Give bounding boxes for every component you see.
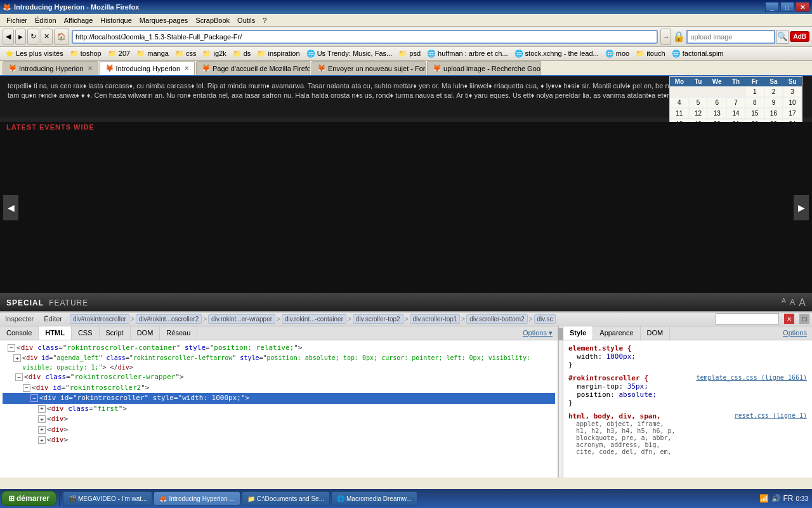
cal-cell[interactable] [689, 86, 708, 97]
maximize-button[interactable]: □ [780, 2, 794, 12]
bookmark-item[interactable]: 📁 css [173, 49, 199, 58]
bookmark-item[interactable]: 📁 manga [134, 49, 171, 58]
tab-html[interactable]: HTML [39, 326, 72, 340]
tab-dom[interactable]: DOM [131, 326, 160, 340]
minimize-button[interactable]: _ [765, 2, 779, 12]
bookmark-item[interactable]: 📁 itouch [633, 49, 667, 58]
font-small-button[interactable]: A [782, 297, 786, 309]
bookmark-item[interactable]: 🌐 moo [603, 49, 632, 58]
cal-cell[interactable]: 10 [783, 97, 802, 108]
menu-help[interactable]: ? [259, 15, 270, 25]
cal-cell[interactable] [707, 86, 726, 97]
cal-cell[interactable]: 12 [689, 108, 708, 119]
taskbar-task-documents[interactable]: 📁 C:\Documents and Se... [242, 491, 330, 505]
panel-scrollbar[interactable] [558, 326, 563, 478]
tab-css[interactable]: CSS [72, 326, 100, 340]
html-panel-options[interactable]: Options ▾ [518, 329, 558, 337]
reload-button[interactable]: ↻ [27, 29, 39, 45]
bookmark-item[interactable]: 📁 toshop [67, 49, 104, 58]
cal-cell[interactable]: 13 [707, 108, 726, 119]
cal-cell[interactable]: 17 [783, 108, 802, 119]
bookmark-item[interactable]: 📁 207 [105, 49, 133, 58]
breadcrumb-item[interactable]: div.sc [534, 314, 556, 324]
breadcrumb-item[interactable]: div.scroller-top2 [353, 314, 403, 324]
scrollbar-thumb[interactable] [558, 328, 563, 340]
bookmark-item[interactable]: 📁 inspiration [254, 49, 302, 58]
breadcrumb-item[interactable]: div.scroller-top1 [410, 314, 461, 324]
cal-cell[interactable]: 5 [689, 97, 708, 108]
cal-cell[interactable] [670, 86, 689, 97]
bookmark-item[interactable]: 🌐 stock.xchng - the lead... [512, 49, 601, 58]
bookmark-item[interactable]: 📁 psd [396, 49, 423, 58]
font-med-button[interactable]: A [790, 297, 796, 309]
cal-cell[interactable]: 11 [670, 108, 689, 119]
taskbar-task-dreamweaver[interactable]: 🌐 Macromedia Dreamw... [331, 491, 417, 505]
tab-reseau[interactable]: Réseau [160, 326, 197, 340]
cal-cell[interactable]: 15 [745, 108, 764, 119]
taskbar-task-hyperion[interactable]: 🦊 Introducing Hyperion ... [154, 491, 240, 505]
tab-style[interactable]: Style [563, 326, 593, 340]
tab-script[interactable]: Script [100, 326, 131, 340]
carousel-left-arrow[interactable]: ◀ [3, 195, 18, 220]
tab-introducing-hyperion-1[interactable]: 🦊 Introducing Hyperion ✕ [3, 61, 98, 75]
carousel-right-arrow[interactable]: ▶ [794, 195, 809, 220]
html-toggle[interactable]: − [15, 373, 23, 381]
tab-console[interactable]: Console [0, 326, 39, 340]
css-file-link[interactable]: reset.css (ligne 1) [735, 412, 807, 420]
cal-cell[interactable]: 2 [764, 86, 783, 97]
bookmark-item[interactable]: 🌐 Us Trendy: Music, Fas... [304, 49, 395, 58]
menu-marques-pages[interactable]: Marques-pages [136, 15, 192, 25]
go-button[interactable]: → [660, 29, 671, 45]
html-toggle[interactable]: − [23, 384, 30, 392]
menu-edition[interactable]: Édition [31, 15, 60, 25]
html-toggle[interactable]: − [30, 394, 38, 402]
cal-cell[interactable]: 8 [745, 97, 764, 108]
html-line-selected[interactable]: − <div id="rokintroscroller" style="widt… [3, 393, 555, 404]
cal-cell[interactable]: 3 [783, 86, 802, 97]
close-tab-button[interactable]: ✕ [184, 65, 189, 72]
address-bar[interactable] [72, 30, 658, 44]
html-toggle[interactable]: + [38, 415, 46, 423]
bookmark-item[interactable]: 📁 ds [230, 49, 254, 58]
taskbar-task-megavideo[interactable]: 🎬 MEGAVIDEO - I'm wat... [63, 491, 152, 505]
stop-button[interactable]: ✕ [41, 29, 53, 45]
tab-mozilla-homepage[interactable]: 🦊 Page d'accueil de Mozilla Firefox ✕ [196, 61, 310, 75]
breadcrumb-item[interactable]: div#rokint...oscroller2 [136, 314, 202, 324]
back-button[interactable]: ◀ [3, 29, 14, 45]
forward-button[interactable]: ▶ [15, 29, 26, 45]
breadcrumb-item[interactable]: div.rokint...-container [282, 314, 346, 324]
bookmark-item[interactable]: 🌐 factorial.spim [669, 49, 726, 58]
home-button[interactable]: 🏠 [54, 29, 69, 45]
breadcrumb-item[interactable]: div.scroller-bottom2 [466, 314, 528, 324]
devtools-close-button[interactable]: ✕ [784, 314, 794, 324]
adblock-button[interactable]: AdB [790, 31, 809, 42]
breadcrumb-item[interactable]: div.rokint...er-wrapper [208, 314, 275, 324]
breadcrumb-item[interactable]: div#rokintroscroller [70, 314, 129, 324]
menu-outils[interactable]: Outils [233, 15, 259, 25]
html-toggle[interactable]: + [38, 436, 46, 444]
menu-fichier[interactable]: Fichier [3, 15, 31, 25]
tab-upload-image[interactable]: 🦊 upload image - Recherche Google ✕ [427, 61, 541, 75]
html-content[interactable]: − <div class="rokintroscroller-container… [0, 340, 558, 478]
tab-introducing-hyperion-2[interactable]: 🦊 Introducing Hyperion ✕ [100, 61, 195, 75]
cal-cell[interactable]: 7 [726, 97, 745, 108]
search-button[interactable]: 🔍 [776, 30, 789, 44]
html-toggle[interactable]: − [8, 344, 15, 352]
menu-affichage[interactable]: Affichage [60, 15, 97, 25]
devtools-search[interactable] [716, 313, 779, 324]
cal-cell[interactable] [726, 86, 745, 97]
tab-forum[interactable]: 🦊 Envoyer un nouveau sujet - Forum Als..… [311, 61, 426, 75]
edit-button[interactable]: Éditer [41, 314, 65, 323]
menu-historique[interactable]: Historique [96, 15, 136, 25]
cal-cell[interactable]: 9 [764, 97, 783, 108]
menu-scrapbook[interactable]: ScrapBook [192, 15, 233, 25]
start-button[interactable]: ⊞ démarrer [1, 491, 56, 506]
bookmark-item[interactable]: ⭐ Les plus visités [3, 49, 66, 58]
css-panel-options[interactable]: Options [778, 329, 812, 337]
tab-dom[interactable]: DOM [641, 326, 671, 340]
close-button[interactable]: ✕ [796, 2, 809, 12]
bookmark-item[interactable]: 🌐 huffman : arbre et ch... [424, 49, 511, 58]
cal-cell[interactable]: 16 [764, 108, 783, 119]
html-toggle[interactable]: + [38, 405, 46, 413]
tab-apparence[interactable]: Apparence [593, 326, 640, 340]
